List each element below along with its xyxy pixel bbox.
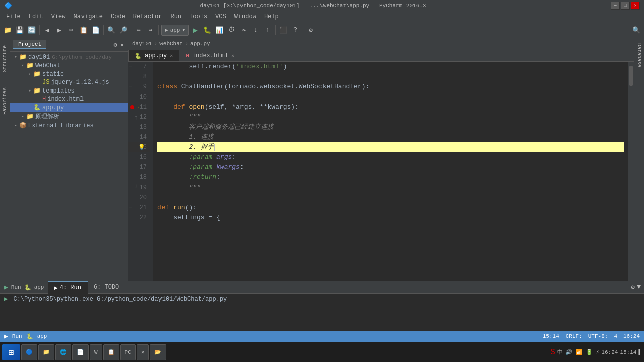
panel-minimize-btn[interactable]: ▼	[637, 283, 641, 291]
run-indicator: ▶	[4, 296, 8, 303]
run-config-dropdown[interactable]: ▶ app ▾	[161, 25, 189, 36]
menu-refactor[interactable]: Refactor	[129, 12, 167, 21]
panel-settings-btn[interactable]: ⚙	[631, 283, 635, 291]
tree-label-templates: templates	[42, 87, 75, 95]
tree-item-day101[interactable]: ▾ 📁 day101 G:\python_code/day	[10, 53, 128, 61]
code-editor[interactable]: self.render('index.html') class ChatHand…	[153, 62, 628, 281]
tree-item-jquery[interactable]: ▸ JS jquery-1.12.4.js	[10, 78, 128, 86]
menu-view[interactable]: View	[47, 12, 70, 21]
favorites-panel-label[interactable]: Favorites	[2, 87, 8, 115]
tab-todo[interactable]: 6: TODO	[88, 282, 125, 293]
menu-vcs[interactable]: VCS	[211, 12, 230, 21]
breadcrumb-day101[interactable]: day101	[132, 41, 152, 47]
tree-item-app-py[interactable]: ▸ 🐍 app.py	[10, 103, 128, 112]
tree-label-index-html: index.html	[47, 96, 84, 103]
left-side-panel: Structure Favorites	[0, 38, 10, 281]
sync-button[interactable]: 🔄	[26, 25, 37, 36]
project-icon[interactable]: 📁	[2, 25, 13, 36]
search-button[interactable]: 🔍	[106, 25, 117, 36]
replace-button[interactable]: 🔎	[118, 25, 129, 36]
tree-item-static[interactable]: ▸ 📁 static	[10, 70, 128, 78]
paste-button[interactable]: 📄	[90, 25, 101, 36]
menu-edit[interactable]: Edit	[25, 12, 47, 21]
taskbar-app-4[interactable]: 📄	[72, 344, 89, 360]
menu-help[interactable]: Help	[260, 12, 283, 21]
profile-button[interactable]: ⏱	[226, 25, 237, 36]
tree-item-ext-libs[interactable]: ▸ 📦 External Libraries	[10, 121, 128, 130]
panel-settings-icon[interactable]: ⚙	[113, 41, 118, 49]
tab-index-html-close[interactable]: ✕	[231, 53, 234, 59]
tray-show-desktop[interactable]: ▌	[638, 349, 642, 355]
menu-window[interactable]: Window	[230, 12, 260, 21]
panel-close-icon[interactable]: ✕	[119, 41, 125, 49]
gutter-11: → 11	[128, 102, 150, 112]
menu-code[interactable]: Code	[107, 12, 129, 21]
start-button[interactable]: ⊞	[2, 344, 20, 360]
folder-icon-static: 📁	[33, 70, 41, 78]
taskbar-app-9[interactable]: 📂	[150, 344, 166, 360]
tray-lang: 中	[557, 348, 563, 356]
tree-item-index-html[interactable]: ▸ H index.html	[10, 95, 128, 103]
settings-button[interactable]: ⚙	[305, 25, 316, 36]
run-config-icon: ▶	[165, 27, 168, 33]
help-button[interactable]: ?	[290, 25, 301, 36]
taskbar-app-1[interactable]: 🔵	[21, 344, 37, 360]
taskbar-app-7[interactable]: PC	[120, 344, 136, 360]
taskbar-app-8[interactable]: ✕	[137, 344, 149, 360]
save-button[interactable]: 💾	[14, 25, 25, 36]
step-over-button[interactable]: ↷	[238, 25, 249, 36]
panel-tabs: Project	[13, 40, 46, 49]
run-button[interactable]: ▶	[190, 25, 201, 36]
breadcrumb-webchat[interactable]: WebChat	[159, 41, 183, 47]
tree-path-day101: G:\python_code/day	[52, 54, 112, 60]
tree-item-templates[interactable]: ▾ 📁 templates	[10, 86, 128, 95]
breadcrumb-apppy[interactable]: app.py	[190, 41, 210, 47]
debug-button[interactable]: 🐛	[202, 25, 213, 36]
close-button[interactable]: ✕	[631, 2, 640, 10]
breadcrumb: day101 › WebChat › app.py	[128, 38, 634, 49]
search-everywhere-button[interactable]: 🔍	[631, 25, 642, 36]
tab-index-html[interactable]: H index.html ✕	[179, 50, 241, 61]
window-controls[interactable]: ─ □ ✕	[611, 2, 640, 10]
menu-tools[interactable]: Tools	[185, 12, 211, 21]
taskbar-app-5[interactable]: W	[90, 344, 102, 360]
taskbar-app-6[interactable]: 📋	[103, 344, 119, 360]
fold-arrow-7: ─	[129, 62, 132, 72]
back-button[interactable]: ◀	[42, 25, 53, 36]
taskbar-app-3[interactable]: 🌐	[55, 344, 71, 360]
minimize-button[interactable]: ─	[611, 2, 620, 10]
menu-file[interactable]: File	[2, 12, 25, 21]
project-tab[interactable]: Project	[13, 40, 46, 49]
cut-button[interactable]: ✂	[66, 25, 77, 36]
forward-button[interactable]: ▶	[54, 25, 65, 36]
scrollbar-thumb[interactable]	[629, 66, 633, 86]
menu-navigate[interactable]: Navigate	[69, 12, 107, 21]
code-container[interactable]: ─ 7 8 ─ 9 10 → 11 ┐	[128, 62, 634, 281]
sep2	[103, 25, 104, 35]
tree-item-webchat[interactable]: ▾ 📁 WebChat	[10, 61, 128, 70]
console-text: C:\Python35\python.exe G:/python_code/da…	[13, 296, 227, 303]
step-out-button[interactable]: ↑	[262, 25, 273, 36]
bottom-panel: ▶ Run 🐍 app ▶ 4: Run 6: TODO ⚙ ▼ ▶ C:\Py…	[0, 281, 644, 331]
editor-scrollbar[interactable]	[628, 62, 634, 281]
tab-run[interactable]: ▶ 4: Run	[48, 281, 87, 294]
nav-back-button[interactable]: ⬅	[133, 25, 144, 36]
coverage-button[interactable]: 📊	[214, 25, 225, 36]
run-config-label: app	[170, 27, 180, 33]
tab-app-py-close[interactable]: ✕	[170, 53, 173, 59]
copy-button[interactable]: 📋	[78, 25, 89, 36]
database-panel-label[interactable]: Database	[636, 43, 642, 67]
taskbar-app-2[interactable]: 📁	[38, 344, 54, 360]
sep4	[158, 25, 159, 35]
tab-app-py[interactable]: 🐍 app.py ✕	[128, 50, 179, 61]
gutter-8: 8	[128, 72, 150, 82]
maximize-button[interactable]: □	[621, 2, 630, 10]
menu-run[interactable]: Run	[166, 12, 185, 21]
tree-item-yuanjie[interactable]: ▸ 📁 原理解析	[10, 112, 128, 121]
structure-panel-label[interactable]: Structure	[2, 45, 8, 72]
gutter-18: 18	[128, 172, 150, 183]
run-tab-label: 4: Run	[60, 284, 82, 291]
terminal-button[interactable]: ⬛	[278, 25, 289, 36]
nav-forward-button[interactable]: ➡	[145, 25, 156, 36]
step-into-button[interactable]: ↓	[250, 25, 261, 36]
